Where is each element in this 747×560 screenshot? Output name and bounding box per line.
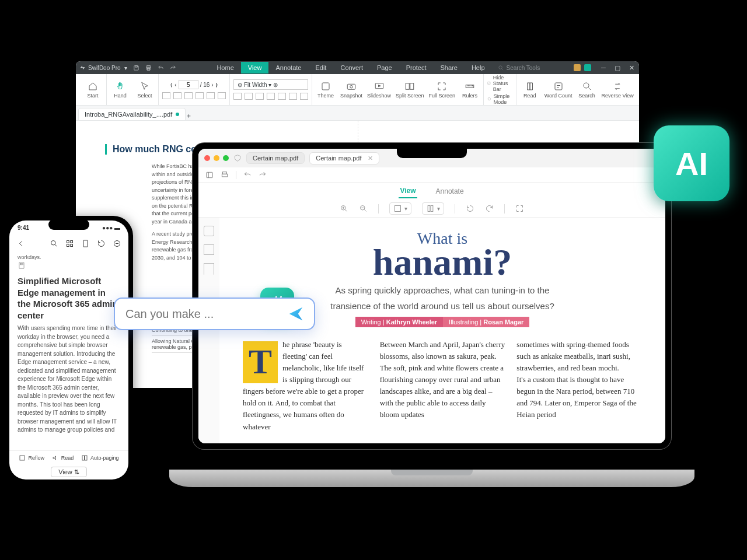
page-input[interactable] bbox=[179, 80, 198, 89]
last-page-icon[interactable]: ⦊ bbox=[215, 82, 218, 88]
svg-rect-30 bbox=[83, 240, 88, 246]
new-tab-button[interactable]: ＋ bbox=[186, 111, 192, 120]
thumbs-icon[interactable] bbox=[204, 226, 214, 236]
prompt-input[interactable] bbox=[124, 307, 287, 321]
minus-circle-icon[interactable] bbox=[113, 239, 121, 248]
menu-help[interactable]: Help bbox=[465, 62, 492, 74]
snapshot-label: Snapshot bbox=[340, 93, 362, 99]
send-button[interactable] bbox=[287, 305, 305, 323]
grid-icon[interactable] bbox=[65, 239, 74, 248]
col-3: sometimes with spring-themed foods such … bbox=[516, 339, 642, 433]
split-button[interactable]: Split Screen bbox=[396, 81, 424, 99]
phone-view-button[interactable]: View ⇅ bbox=[9, 465, 128, 480]
fit-width-select[interactable]: ⊖ Fit Width ▾ ⊕ bbox=[233, 79, 308, 90]
menu-view[interactable]: View bbox=[241, 62, 269, 74]
svg-rect-6 bbox=[322, 83, 329, 90]
rulers-button[interactable]: Rulers bbox=[460, 81, 480, 99]
tab-view[interactable]: View bbox=[399, 184, 417, 198]
mac-tab-1[interactable]: Certain map.pdf bbox=[246, 152, 305, 164]
mac-tab-close-icon[interactable]: ✕ bbox=[368, 155, 373, 162]
rotate-left-icon[interactable] bbox=[466, 204, 474, 213]
reflow-button[interactable]: Reflow bbox=[19, 454, 44, 461]
reverse-button[interactable]: Reverse View bbox=[602, 81, 634, 99]
menu-convert[interactable]: Convert bbox=[333, 62, 370, 74]
menu-edit[interactable]: Edit bbox=[308, 62, 333, 74]
redo-icon[interactable] bbox=[259, 171, 267, 179]
search-button[interactable]: Search bbox=[577, 81, 597, 99]
search-label: Search bbox=[578, 93, 595, 99]
read-label: Read bbox=[523, 93, 536, 99]
top-menu: Home View Annotate Edit Convert Page Pro… bbox=[210, 62, 491, 74]
print-icon[interactable] bbox=[221, 171, 229, 179]
undo-icon[interactable] bbox=[158, 65, 164, 71]
user-icon[interactable] bbox=[584, 64, 591, 71]
menu-protect[interactable]: Protect bbox=[399, 62, 434, 74]
fullscreen-button[interactable]: Full Screen bbox=[429, 81, 456, 99]
sidebar-toggle-icon[interactable] bbox=[205, 171, 214, 179]
autopaging-button[interactable]: Auto-paging bbox=[81, 454, 119, 461]
print-icon[interactable] bbox=[145, 65, 152, 71]
bookmark-icon[interactable] bbox=[204, 263, 214, 275]
prev-page-icon[interactable]: ‹ bbox=[174, 82, 176, 88]
simple-mode-radio[interactable]: Simple Mode bbox=[487, 93, 512, 105]
menu-page[interactable]: Page bbox=[370, 62, 399, 74]
svg-rect-29 bbox=[71, 244, 73, 246]
read-aloud-button[interactable]: Read bbox=[52, 454, 74, 461]
byline-writing: Writing | Kathryn Wheeler bbox=[355, 317, 443, 327]
mac-close-icon[interactable] bbox=[204, 155, 210, 161]
menu-annotate[interactable]: Annotate bbox=[268, 62, 308, 74]
ai-label: AI bbox=[675, 145, 708, 183]
redo-icon[interactable] bbox=[170, 65, 176, 71]
phone-content: workdays. Simplified Microsoft Edge mana… bbox=[9, 252, 128, 450]
phone-time: 9:41 bbox=[18, 225, 29, 231]
search-tools[interactable]: Search Tools bbox=[498, 65, 540, 71]
slideshow-button[interactable]: Slideshow bbox=[367, 81, 391, 99]
menu-home[interactable]: Home bbox=[210, 62, 240, 74]
fit-select[interactable]: ▾ bbox=[389, 202, 411, 215]
minimize-icon[interactable]: ─ bbox=[599, 64, 608, 72]
theme-button[interactable]: Theme bbox=[316, 81, 336, 99]
doc-icon[interactable] bbox=[81, 239, 90, 248]
pin-icon bbox=[18, 261, 26, 270]
mac-max-icon[interactable] bbox=[223, 155, 229, 161]
app-brand: SwifDoo Pro ▾ bbox=[79, 65, 127, 71]
hand-button[interactable]: Hand bbox=[110, 81, 130, 99]
snapshot-button[interactable]: Snapshot bbox=[340, 81, 362, 99]
zoom-out-icon[interactable] bbox=[359, 204, 368, 213]
hand-label: Hand bbox=[114, 93, 127, 99]
brand-name: SwifDoo Pro bbox=[88, 65, 121, 71]
back-icon[interactable] bbox=[16, 239, 25, 248]
layout-select[interactable]: ▾ bbox=[422, 202, 444, 215]
close-icon[interactable]: ✕ bbox=[627, 64, 636, 72]
tab-label: Introba_RNGAvailability_....pdf bbox=[85, 111, 172, 118]
mac-min-icon[interactable] bbox=[214, 155, 219, 161]
outline-icon[interactable] bbox=[204, 244, 214, 255]
undo-icon[interactable] bbox=[243, 171, 252, 179]
shop-icon[interactable] bbox=[574, 64, 581, 71]
next-page-icon[interactable]: › bbox=[211, 82, 213, 88]
select-button[interactable]: Select bbox=[135, 81, 155, 99]
refresh-icon[interactable] bbox=[97, 239, 106, 248]
start-button[interactable]: Start bbox=[83, 81, 103, 99]
zoom-in-icon[interactable] bbox=[340, 204, 348, 213]
first-page-icon[interactable]: ⦉ bbox=[170, 82, 173, 88]
tab-annotate[interactable]: Annotate bbox=[435, 185, 465, 198]
svg-rect-27 bbox=[71, 240, 73, 243]
svg-rect-28 bbox=[67, 244, 69, 246]
mac-sidebar bbox=[198, 218, 219, 443]
phone-notch bbox=[48, 219, 89, 230]
doc-tab[interactable]: Introba_RNGAvailability_....pdf bbox=[78, 108, 186, 120]
phone-search-icon[interactable] bbox=[50, 239, 58, 248]
svg-rect-7 bbox=[347, 84, 355, 89]
rotate-right-icon[interactable] bbox=[485, 204, 494, 213]
svg-rect-18 bbox=[223, 172, 227, 174]
hide-status-checkbox[interactable]: Hide Status Bar bbox=[487, 75, 512, 92]
ai-prompt-box bbox=[114, 298, 315, 330]
save-icon[interactable] bbox=[133, 65, 139, 71]
read-button[interactable]: Read bbox=[520, 81, 540, 99]
maximize-icon[interactable]: ▢ bbox=[613, 64, 622, 72]
wordcount-button[interactable]: Word Count bbox=[544, 81, 573, 99]
mac-tab-2[interactable]: Certain map.pdf✕ bbox=[309, 152, 379, 164]
menu-share[interactable]: Share bbox=[434, 62, 465, 74]
fullscreen-icon[interactable] bbox=[515, 204, 524, 213]
